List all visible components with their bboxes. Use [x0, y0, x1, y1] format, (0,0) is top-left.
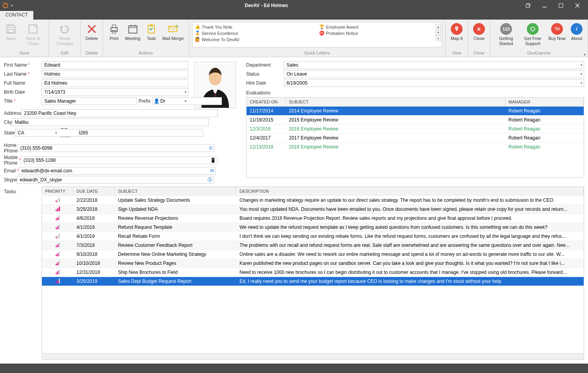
prefix-label: Prefix: [137, 98, 152, 104]
evaluation-row[interactable]: 12/13/20182018 Employee ReviewRobert Rea…: [247, 142, 584, 151]
buy-now-button[interactable]: Buy Now: [546, 21, 568, 42]
department-select[interactable]: [284, 61, 584, 69]
delete-button[interactable]: Delete: [83, 21, 100, 42]
svg-rect-21: [150, 24, 153, 26]
address-input[interactable]: [21, 109, 218, 117]
quick-letter-item[interactable]: 👍Thank You Note: [195, 24, 315, 30]
address-label: Address: [4, 110, 21, 116]
gallery-up-button[interactable]: ▲: [436, 24, 441, 29]
tab-contact[interactable]: CONTACT: [0, 11, 33, 20]
ribbon-group-quick-letters: 👍Thank You Note🏆Employee Award🏅Service E…: [189, 20, 446, 57]
prefix-select[interactable]: [152, 97, 222, 105]
window-restore-down-alt-icon[interactable]: [520, 0, 536, 11]
evaluation-row[interactable]: 11/19/20152015 Employee ReviewRobert Rea…: [247, 115, 584, 124]
get-support-button[interactable]: Get Free Support: [519, 21, 546, 47]
state-label: State: [4, 130, 15, 136]
title-input[interactable]: [42, 97, 137, 105]
evaluation-row[interactable]: 12/4/20172017 Employee ReviewRobert Reag…: [247, 133, 584, 142]
meeting-button[interactable]: Meeting: [123, 21, 143, 42]
getting-started-button[interactable]: 123 Getting Started: [493, 21, 519, 47]
first-name-input[interactable]: [42, 61, 188, 69]
skype-input[interactable]: [17, 176, 214, 184]
mobile-icon: 📱: [210, 158, 216, 163]
eval-col-manager[interactable]: MANAGER: [505, 98, 584, 106]
save-close-button[interactable]: Save & Close: [20, 21, 46, 47]
task-row[interactable]: 7/3/2018Review Customer Feedback ReportT…: [42, 241, 584, 250]
task-row[interactable]: 9/10/2018Determine New Online Marketing …: [42, 250, 584, 259]
task-row[interactable]: 3/25/2018Sign Updated NDAYou must sign u…: [42, 205, 584, 214]
hire-date-label: Hire Date: [246, 80, 284, 86]
save-icon: [5, 23, 17, 35]
print-button[interactable]: Print: [105, 21, 123, 42]
tasks-footer: [42, 353, 584, 359]
svg-rect-4: [559, 4, 563, 7]
priority-icon: [56, 197, 60, 202]
quick-letter-item[interactable]: 🏆Employee Award: [319, 24, 439, 30]
task-col-due[interactable]: DUE DATE: [73, 187, 115, 196]
app-icon: [2, 2, 9, 9]
full-name-input[interactable]: [42, 79, 188, 87]
support-icon: [526, 23, 539, 35]
quick-letter-item[interactable]: ⛔Probation Notice: [319, 30, 439, 36]
task-row[interactable]: 4/1/2019Refund Request TemplateWe need t…: [42, 223, 584, 232]
birth-date-input[interactable]: [42, 88, 188, 96]
ribbon-group-actions: Print Meeting Task + Mail Merge Actions: [103, 20, 189, 57]
ribbon-group-delete: Delete Delete: [81, 20, 103, 57]
eval-col-created[interactable]: CREATED ON: [247, 98, 286, 106]
letter-icon: 🏆: [319, 24, 325, 29]
hire-date-input[interactable]: [284, 79, 584, 87]
email-input[interactable]: [19, 167, 216, 175]
task-button[interactable]: Task: [143, 21, 160, 42]
gallery-expand-button[interactable]: ▾: [436, 36, 441, 41]
tasks-grid[interactable]: PRIORITY DUE DATE SUBJECT DESCRIPTION 2/…: [42, 186, 584, 360]
task-col-subject[interactable]: SUBJECT: [115, 187, 236, 196]
task-row[interactable]: 4/1/2019Recall Rebate FormI don't think …: [42, 232, 584, 241]
task-col-desc[interactable]: DESCRIPTION: [236, 187, 584, 196]
evaluation-row[interactable]: 12/3/20162016 Employee ReviewRobert Reag…: [247, 124, 584, 133]
home-phone-input[interactable]: [18, 144, 214, 152]
mobile-phone-label: Mobile Phone*: [4, 155, 21, 166]
window-minimize-button[interactable]: [536, 0, 553, 11]
letter-icon: 🏅: [195, 31, 200, 36]
mail-merge-button[interactable]: + Mail Merge: [160, 21, 186, 42]
ribbon-collapse-button[interactable]: ▴: [584, 52, 586, 56]
svg-rect-2: [526, 4, 529, 7]
first-name-label: First Name*: [4, 62, 42, 68]
close-button[interactable]: ✕ Close: [470, 21, 488, 42]
letter-icon: ⛔: [319, 31, 325, 36]
window-close-button[interactable]: [569, 0, 586, 11]
priority-icon: [56, 270, 60, 274]
quick-letter-item[interactable]: 🏅Service Excellence: [195, 30, 315, 36]
task-row[interactable]: 12/31/2018Ship New Brochures to FieldNee…: [42, 268, 584, 277]
task-row[interactable]: 10/10/2018Review New Product PagesKaren …: [42, 259, 584, 268]
state-select[interactable]: [15, 129, 79, 137]
full-name-label: Full Name: [4, 80, 42, 86]
task-row[interactable]: 3/25/2019Sales Dept Budget Request Repor…: [42, 277, 584, 286]
window-maximize-button[interactable]: [553, 0, 569, 11]
resize-grip[interactable]: ⋰: [583, 366, 586, 371]
task-row[interactable]: 2/22/2018Update Sales Strategy Documents…: [42, 196, 584, 205]
letter-icon: 🙋: [195, 37, 200, 42]
mobile-phone-input[interactable]: [21, 156, 218, 164]
priority-icon: [56, 243, 60, 247]
map-it-button[interactable]: Map It: [448, 21, 465, 42]
eval-col-subject[interactable]: SUBJECT: [286, 98, 505, 106]
about-button[interactable]: i About: [568, 21, 585, 42]
map-pin-icon: [450, 23, 463, 35]
evaluation-row[interactable]: 11/17/20142014 Employee ReviewRobert Rea…: [247, 106, 584, 115]
svg-rect-8: [8, 29, 14, 33]
save-button[interactable]: Save: [2, 21, 20, 42]
calendar-icon: [127, 23, 139, 35]
task-col-priority[interactable]: PRIORITY: [42, 187, 73, 196]
city-input[interactable]: [12, 118, 209, 126]
quick-letter-item[interactable]: 🙋Welcome To DevAV: [195, 36, 315, 42]
last-name-input[interactable]: [42, 70, 188, 78]
phone-icon: ✆: [209, 145, 213, 151]
zip-input[interactable]: [72, 129, 203, 137]
reset-changes-button[interactable]: Reset Changes: [51, 21, 78, 47]
evaluations-grid[interactable]: CREATED ON SUBJECT MANAGER 11/17/2014201…: [246, 97, 584, 178]
task-row[interactable]: 4/6/2018Review Revenue ProjectionsBoard …: [42, 214, 584, 223]
gallery-down-button[interactable]: ▼: [436, 30, 441, 35]
department-label: Department: [246, 62, 284, 68]
status-select[interactable]: [284, 70, 584, 78]
